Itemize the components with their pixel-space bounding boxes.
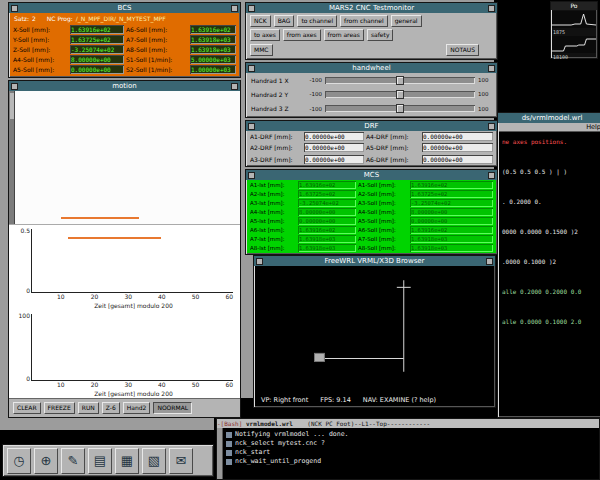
window-title: motion xyxy=(20,81,229,91)
axis-label: A4-Ist [mm]: xyxy=(250,208,296,216)
pencil-icon: ✎ xyxy=(68,453,79,468)
scrollbar-thumb[interactable] xyxy=(10,93,14,119)
window-title: handwheel xyxy=(257,63,486,73)
bcs-titlebar[interactable]: BCS xyxy=(9,3,240,13)
axis-value: 0.00000e+00 xyxy=(304,155,364,164)
slider-max-label: 100 xyxy=(478,106,492,112)
slider-thumb[interactable] xyxy=(396,90,404,99)
z6-button[interactable]: Z-6 xyxy=(102,402,120,414)
x-tick-label: 50 xyxy=(166,293,200,301)
load-graph-1 xyxy=(552,11,596,28)
maximize-icon[interactable] xyxy=(488,65,495,72)
maximize-icon[interactable] xyxy=(488,172,495,179)
axis-label: A5-Ist [mm]: xyxy=(250,217,296,225)
editor-line: (0.5 0.5 0.5 ) | ) xyxy=(502,168,600,176)
testmonitor-titlebar[interactable]: MARS2 CNC Testmonitor xyxy=(246,3,497,13)
handwheel-slider[interactable] xyxy=(325,105,475,112)
menu-help[interactable]: Help xyxy=(586,123,600,131)
motion-titlebar[interactable]: motion xyxy=(9,81,240,91)
panel-clock-button[interactable]: ◷ xyxy=(7,448,31,474)
to-channel-button[interactable]: to channel xyxy=(297,15,337,27)
axis-value: 1.63918e+03 xyxy=(298,235,356,243)
notaus-button[interactable]: NOTAUS xyxy=(446,44,479,56)
load-trace-graphic xyxy=(552,36,596,53)
maximize-icon[interactable] xyxy=(488,123,495,130)
editor-buffer[interactable]: ne axes positions. (0.5 0.5 0.5 ) | ) . … xyxy=(499,132,600,416)
from-axes-button[interactable]: from axes xyxy=(283,29,321,41)
handwheel-window: handwheel Handrad 1 X -100 100 Handrad 2… xyxy=(245,62,498,118)
drf-window: DRF A1-DRF [mm]: 0.00000e+00 A4-DRF [mm]… xyxy=(245,120,498,167)
panel-globe-button[interactable]: ⊕ xyxy=(34,448,58,474)
axis-value: 1.63916e+02 xyxy=(298,226,356,234)
freewrl-titlebar[interactable]: FreeWRL VRML/X3D Browser xyxy=(254,256,495,266)
axis-label: A6-Ist [mm]: xyxy=(250,226,296,234)
nck-button[interactable]: NCK xyxy=(250,15,271,27)
from-areas-button[interactable]: from areas xyxy=(324,29,364,41)
motion-window: motion 0.5 0 102030405060 Zeit [gesamt] … xyxy=(8,80,241,418)
slider-thumb[interactable] xyxy=(396,104,404,113)
bag-button[interactable]: BAG xyxy=(274,15,295,27)
drf-titlebar[interactable]: DRF xyxy=(246,121,497,131)
axis-label: A6-DRF [mm]: xyxy=(366,155,420,164)
run-button[interactable]: RUN xyxy=(78,402,99,414)
window-menu-icon[interactable] xyxy=(11,5,18,12)
safety-button[interactable]: safety xyxy=(367,29,394,41)
handwheel-slider[interactable] xyxy=(325,91,475,98)
front-panel: ◷ ⊕ ✎ ▤ ▦ ▧ ✉ xyxy=(2,444,214,477)
axis-label: A4-Soll [mm]: xyxy=(13,55,68,64)
axis-value: 1.63918e+03 xyxy=(298,244,356,252)
motion-canvas[interactable] xyxy=(9,91,240,225)
from-channel-button[interactable]: from channel xyxy=(340,15,388,27)
mcs-window: MCS A1-Ist [mm]: 1.63916e+02 A1-Soll [mm… xyxy=(245,169,498,255)
slider-max-label: 100 xyxy=(478,91,492,97)
panel-notes-button[interactable]: ▤ xyxy=(88,448,112,474)
hand2-button[interactable]: Hand2 xyxy=(123,402,151,414)
slider-thumb[interactable] xyxy=(396,76,404,85)
load-label-2: 18100 xyxy=(551,54,597,60)
maximize-icon[interactable] xyxy=(231,83,238,90)
axis-label: A3-Ist [mm]: xyxy=(250,199,296,207)
maximize-icon[interactable] xyxy=(488,5,495,12)
terminal-content[interactable]: Notifying vrmlmodel ... done. nck_select… xyxy=(223,428,599,479)
clear-button[interactable]: CLEAR xyxy=(13,402,41,414)
window-menu-icon[interactable] xyxy=(248,5,255,12)
panel-mail-button[interactable]: ✉ xyxy=(169,448,193,474)
handwheel-titlebar[interactable]: handwheel xyxy=(246,63,497,73)
load-monitor-titlebar[interactable]: Po xyxy=(551,2,597,10)
panel-printer-button[interactable]: ▧ xyxy=(142,448,166,474)
maximize-icon[interactable] xyxy=(486,258,493,265)
panel-pencil-button[interactable]: ✎ xyxy=(61,448,85,474)
axis-label: A2-Ist [mm]: xyxy=(250,190,296,198)
window-menu-icon[interactable] xyxy=(248,123,255,130)
general-button[interactable]: general xyxy=(391,15,422,27)
axis-value: 0.00000e+00 xyxy=(304,143,364,152)
freewrl-statusbar: VP: Right front FPS: 9.14 NAV: EXAMINE (… xyxy=(255,393,494,406)
normal-button[interactable]: NOORMAL xyxy=(153,402,192,414)
trace-line xyxy=(61,217,139,219)
to-axes-button[interactable]: to axes xyxy=(250,29,280,41)
axis-value: 1.63916e+02 xyxy=(410,226,493,234)
window-menu-icon[interactable] xyxy=(248,65,255,72)
editor-line: alle 0.2000 0.2000 0.0 xyxy=(502,288,600,296)
axis-label: A8-Soll [mm]: xyxy=(358,244,408,252)
axis-value-row: A5-Soll [mm]: 0.00000e+00 S2-Soll [1/min… xyxy=(13,65,236,74)
axis-value: 1.63916e+02 xyxy=(410,181,493,189)
mmc-button[interactable]: MMC xyxy=(250,44,273,56)
axis-value-row: X-Soll [mm]: 1.63916e+02 A6-Soll [mm]: 1… xyxy=(13,25,236,34)
slider-min-label: -100 xyxy=(306,91,322,97)
vrml-3d-viewport[interactable] xyxy=(255,266,494,393)
axis-value-row: A4-Soll [mm]: 8.00000e+00 S1-Soll [1/min… xyxy=(13,55,236,64)
maximize-icon[interactable] xyxy=(231,5,238,12)
terminal-text: nck_start xyxy=(235,448,270,457)
mcs-titlebar[interactable]: MCS xyxy=(246,170,497,180)
motion-button-row: CLEAR FREEZE RUN Z-6 Hand2 NOORMAL xyxy=(9,398,240,417)
window-menu-icon[interactable] xyxy=(11,83,18,90)
panel-cabinet-button[interactable]: ▦ xyxy=(115,448,139,474)
handwheel-slider[interactable] xyxy=(325,77,475,84)
editor-titlebar[interactable]: ds/vrmlmodel.wrl xyxy=(498,113,600,123)
window-menu-icon[interactable] xyxy=(256,258,263,265)
freeze-button[interactable]: FREEZE xyxy=(44,402,75,414)
axis-label: A4-DRF [mm]: xyxy=(366,132,420,141)
window-menu-icon[interactable] xyxy=(248,172,255,179)
vertical-scrollbar[interactable] xyxy=(9,91,15,224)
